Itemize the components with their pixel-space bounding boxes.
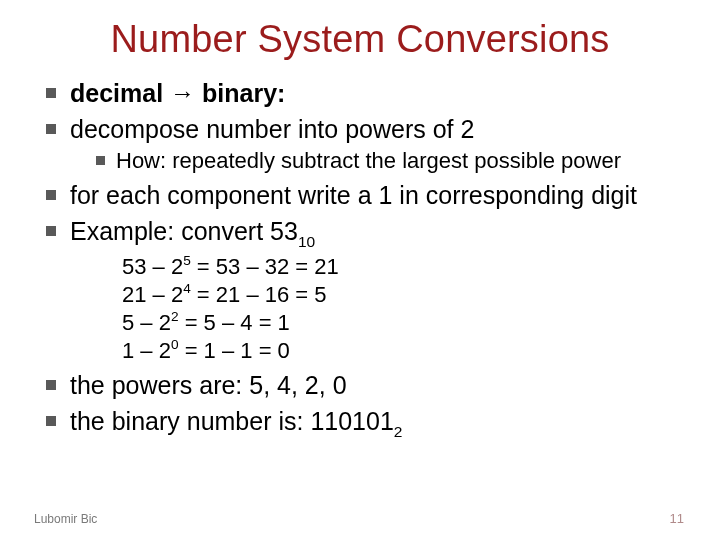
- bullet-text: for each component write a 1 in correspo…: [70, 181, 637, 209]
- calc-line-1: 53 – 25 = 53 – 32 = 21: [122, 253, 686, 281]
- sub-bullet-text: How: repeatedly subtract the largest pos…: [116, 148, 621, 173]
- bullet-text: decompose number into powers of 2: [70, 115, 474, 143]
- bullet-text: the powers are: 5, 4, 2, 0: [70, 371, 347, 399]
- calc-block: 53 – 25 = 53 – 32 = 21 21 – 24 = 21 – 16…: [122, 253, 686, 365]
- slide-title: Number System Conversions: [34, 18, 686, 61]
- bullet-binary-result: the binary number is: 1101012: [44, 405, 686, 441]
- bullet-list: decimal → binary: decompose number into …: [34, 77, 686, 441]
- calc-line-4: 1 – 20 = 1 – 1 = 0: [122, 337, 686, 365]
- footer-page-number: 11: [670, 511, 684, 526]
- footer-author: Lubomir Bic: [34, 512, 97, 526]
- calc-line-2: 21 – 24 = 21 – 16 = 5: [122, 281, 686, 309]
- sub-bullet-how: How: repeatedly subtract the largest pos…: [94, 147, 686, 175]
- bullet-text: Example: convert 5310: [70, 217, 315, 245]
- bullet-example: Example: convert 5310 53 – 25 = 53 – 32 …: [44, 215, 686, 365]
- calc-line-3: 5 – 22 = 5 – 4 = 1: [122, 309, 686, 337]
- bullet-powers: the powers are: 5, 4, 2, 0: [44, 369, 686, 401]
- sub-list: How: repeatedly subtract the largest pos…: [70, 147, 686, 175]
- bullet-text: the binary number is: 1101012: [70, 407, 402, 435]
- bullet-write-1: for each component write a 1 in correspo…: [44, 179, 686, 211]
- bullet-text: decimal → binary:: [70, 79, 285, 107]
- slide: Number System Conversions decimal → bina…: [0, 0, 720, 540]
- bullet-decimal-to-binary: decimal → binary:: [44, 77, 686, 109]
- bullet-decompose: decompose number into powers of 2 How: r…: [44, 113, 686, 175]
